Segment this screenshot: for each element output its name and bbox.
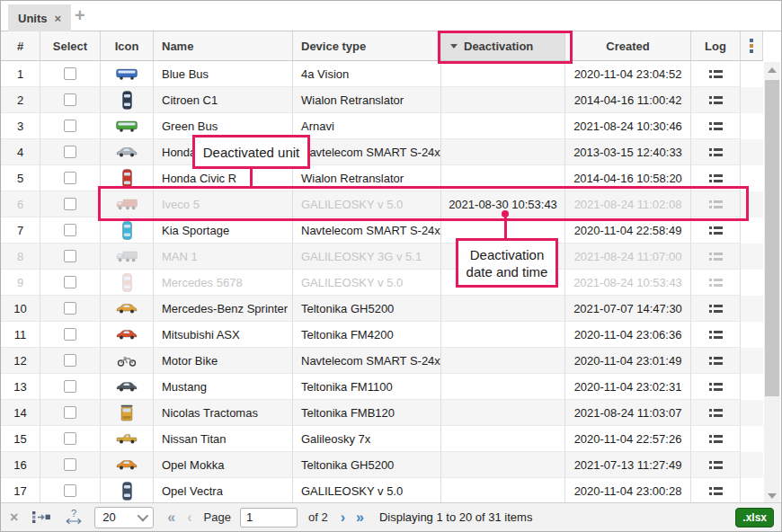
table-row[interactable]: 1 Blue Bus 4a Vision 2020-11-04 23:04:52 (1, 61, 763, 87)
log-icon[interactable] (709, 408, 723, 418)
select-cell[interactable] (40, 165, 101, 191)
log-cell[interactable] (691, 400, 741, 426)
row-checkbox[interactable] (64, 250, 76, 262)
log-icon[interactable] (709, 460, 723, 470)
column-header-name[interactable]: Name (154, 31, 293, 60)
log-icon[interactable] (709, 252, 723, 262)
log-cell[interactable] (691, 452, 741, 478)
column-header-deactivation[interactable]: Deactivation (441, 31, 565, 60)
row-checkbox[interactable] (64, 67, 76, 80)
table-row[interactable]: 2 Citroen C1 Wialon Retranslator 2014-04… (1, 87, 763, 113)
log-cell[interactable] (691, 87, 741, 113)
log-icon[interactable] (709, 200, 723, 209)
table-row[interactable]: 17 Opel Vectra GALILEOSKY v 5.0 2020-11-… (1, 478, 763, 504)
select-cell[interactable] (40, 113, 101, 139)
log-icon[interactable] (709, 486, 723, 496)
select-cell[interactable] (40, 61, 101, 87)
row-checkbox[interactable] (64, 198, 76, 210)
row-checkbox[interactable] (64, 354, 76, 367)
column-header-select[interactable]: Select (40, 31, 101, 60)
table-row[interactable]: 7 Kia Sportage Navtelecom SMART S-24xx 2… (1, 217, 763, 244)
log-icon[interactable] (709, 278, 723, 288)
add-tab-icon[interactable]: + (75, 5, 85, 26)
log-cell[interactable] (691, 426, 741, 452)
select-cell[interactable] (40, 296, 101, 322)
vertical-scrollbar[interactable] (764, 62, 780, 504)
table-row[interactable]: 13 Mustang Teltonika FM1100 2020-11-04 2… (1, 374, 763, 400)
column-header-index[interactable]: # (1, 31, 40, 60)
select-cell[interactable] (40, 322, 101, 348)
log-icon[interactable] (709, 147, 723, 157)
select-cell[interactable] (40, 139, 101, 165)
select-cell[interactable] (40, 374, 101, 400)
row-checkbox[interactable] (64, 146, 76, 158)
row-checkbox[interactable] (64, 328, 76, 341)
close-panel-icon[interactable]: × (10, 510, 18, 526)
column-settings-button[interactable] (741, 31, 763, 60)
table-row[interactable]: 15 Nissan Titan Galileosky 7x 2020-11-04… (1, 426, 763, 452)
prev-page-button[interactable]: ‹ (187, 510, 191, 526)
select-cell[interactable] (40, 426, 101, 452)
select-cell[interactable] (40, 348, 101, 374)
row-checkbox[interactable] (64, 302, 76, 315)
row-checkbox[interactable] (64, 276, 76, 288)
scrollbar-thumb[interactable] (765, 80, 779, 396)
log-cell[interactable] (691, 61, 741, 87)
first-page-button[interactable]: « (167, 510, 175, 526)
select-cell[interactable] (40, 191, 101, 217)
log-cell[interactable] (691, 348, 741, 374)
log-cell[interactable] (691, 270, 741, 296)
next-page-button[interactable]: › (341, 510, 345, 526)
apply-to-items-button[interactable] (31, 510, 51, 524)
scroll-up-button[interactable] (764, 63, 780, 77)
row-checkbox[interactable] (64, 93, 76, 106)
select-cell[interactable] (40, 452, 101, 478)
select-cell[interactable] (40, 400, 101, 426)
column-header-device-type[interactable]: Device type (293, 31, 441, 60)
table-row[interactable]: 6 Iveco 5 GALILEOSKY v 5.0 2021-08-30 10… (1, 191, 763, 217)
select-cell[interactable] (40, 478, 101, 504)
log-cell[interactable] (691, 296, 741, 322)
log-cell[interactable] (691, 374, 741, 400)
scroll-down-button[interactable] (764, 489, 780, 503)
row-checkbox[interactable] (64, 432, 76, 445)
log-cell[interactable] (691, 217, 741, 244)
table-row[interactable]: 16 Opel Mokka Teltonika GH5200 2021-07-1… (1, 452, 763, 478)
column-header-created[interactable]: Created (565, 31, 691, 60)
column-header-icon[interactable]: Icon (101, 31, 154, 60)
log-icon[interactable] (709, 304, 723, 314)
export-xlsx-button[interactable]: .xlsx (735, 508, 774, 528)
row-checkbox[interactable] (64, 224, 76, 236)
column-header-log[interactable]: Log (691, 31, 741, 60)
log-icon[interactable] (709, 69, 723, 79)
select-cell[interactable] (40, 244, 101, 270)
table-row[interactable]: 4 Honda Navtelecom SMART S-24xx 2013-03-… (1, 139, 763, 165)
select-cell[interactable] (40, 217, 101, 244)
table-row[interactable]: 11 Mitsubishi ASX Teltonika FM4200 2020-… (1, 322, 763, 348)
row-checkbox[interactable] (64, 406, 76, 419)
table-row[interactable]: 8 MAN 1 GALILEOSKY 3G v 5.1 2021-08-24 1… (1, 244, 763, 270)
log-icon[interactable] (709, 382, 723, 392)
table-row[interactable]: 9 Mercedes 5678 GALILEOSKY v 5.0 2021-08… (1, 270, 763, 296)
row-checkbox[interactable] (64, 484, 76, 497)
row-checkbox[interactable] (64, 172, 76, 184)
row-checkbox[interactable] (64, 380, 76, 393)
log-icon[interactable] (709, 330, 723, 340)
log-icon[interactable] (709, 356, 723, 366)
log-icon[interactable] (709, 121, 723, 131)
page-size-select[interactable]: 20 (94, 507, 154, 528)
log-cell[interactable] (691, 113, 741, 139)
log-cell[interactable] (691, 322, 741, 348)
row-checkbox[interactable] (64, 120, 76, 132)
table-row[interactable]: 14 Nicolas Tractomas Teltonika FMB120 20… (1, 400, 763, 426)
select-cell[interactable] (40, 87, 101, 113)
tab-close-icon[interactable]: × (55, 12, 62, 25)
fit-columns-button[interactable]: ? (65, 509, 83, 526)
row-checkbox[interactable] (64, 458, 76, 471)
last-page-button[interactable]: » (356, 510, 364, 526)
page-number-input[interactable] (240, 508, 298, 528)
log-icon[interactable] (709, 95, 723, 105)
log-icon[interactable] (709, 173, 723, 183)
log-cell[interactable] (691, 478, 741, 504)
log-icon[interactable] (709, 434, 723, 444)
